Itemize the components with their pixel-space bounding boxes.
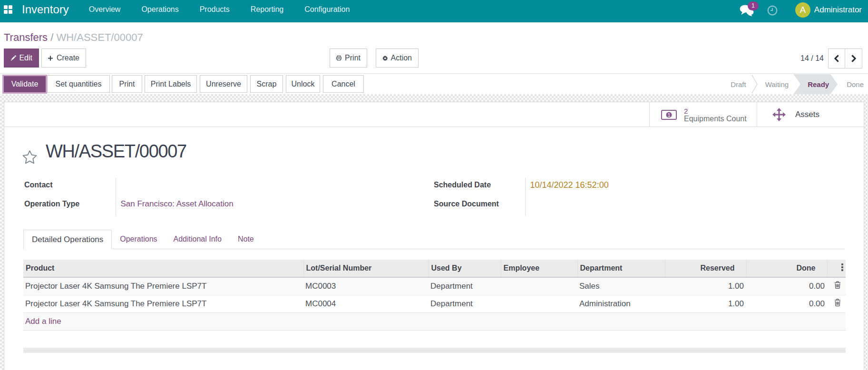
svg-text:1: 1 [667, 112, 670, 117]
